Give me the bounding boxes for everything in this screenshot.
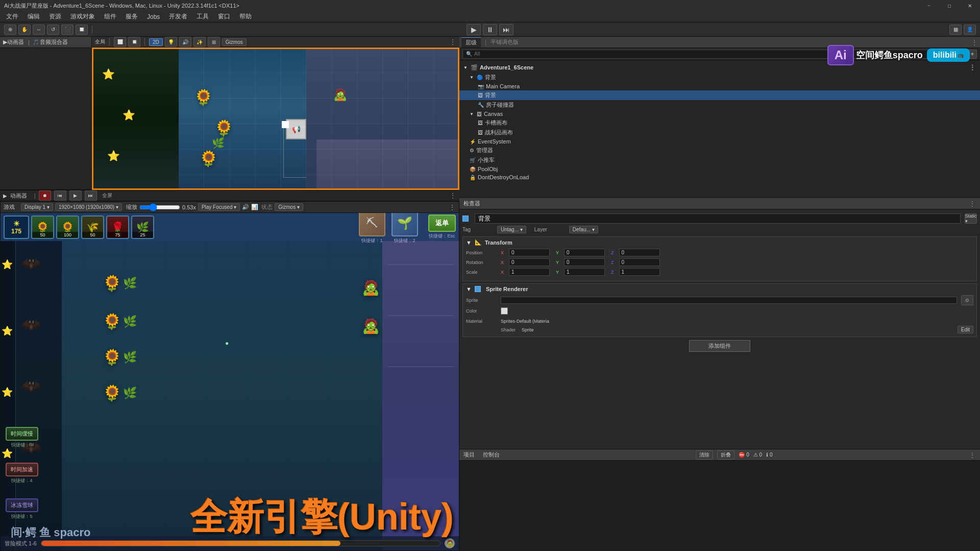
transform-header[interactable]: ▼ 📐 Transform: [466, 239, 973, 246]
plant-card-1[interactable]: 🌻 50: [31, 215, 54, 239]
edit-btn[interactable]: Edit: [958, 326, 973, 333]
scale-y-input[interactable]: [564, 268, 605, 276]
scale-slider[interactable]: [139, 204, 180, 210]
seed-button[interactable]: 🌱: [391, 213, 418, 236]
scene-more-btn[interactable]: ⋮: [449, 38, 456, 46]
audio-icon[interactable]: 🔊: [242, 204, 249, 210]
hier-dontdestroy[interactable]: 🔒 DontDestroyOnLoad: [459, 173, 980, 181]
hier-main-camera[interactable]: 📷 Main Camera: [459, 82, 980, 90]
active-checkbox[interactable]: [462, 215, 469, 222]
menu-jobs[interactable]: Jobs: [143, 12, 164, 21]
hierarchy-more[interactable]: ⋮: [971, 38, 978, 46]
scene-2d-btn[interactable]: 2D: [149, 38, 163, 46]
menu-component[interactable]: 组件: [100, 11, 120, 22]
gameview-more[interactable]: 状态: [261, 203, 273, 211]
anim-more[interactable]: ⋮: [449, 191, 456, 200]
add-component-button[interactable]: 添加组件: [689, 340, 750, 352]
sprite-renderer-header[interactable]: ▼ Sprite Renderer: [466, 286, 973, 292]
menu-file[interactable]: 文件: [2, 11, 22, 22]
scale-x-input[interactable]: [509, 268, 550, 276]
hier-house-collider[interactable]: 🔧 房子碰撞器: [459, 100, 980, 110]
hier-cart[interactable]: 🛒 小推车: [459, 155, 980, 165]
toolbar-btn-4[interactable]: ↺: [47, 25, 59, 35]
menu-assets[interactable]: 资源: [45, 11, 65, 22]
menu-tools[interactable]: 工具: [192, 11, 213, 22]
console-more[interactable]: ⋮: [969, 451, 976, 459]
resolution-select[interactable]: 1920×1080 (1920x1080) ▾: [55, 203, 122, 211]
gizmos-select[interactable]: Gizmos ▾: [275, 203, 303, 211]
scene-view-btn[interactable]: ⬜: [114, 37, 126, 47]
layout-btn[interactable]: ▦: [949, 25, 962, 35]
game-menu-button[interactable]: 返单: [428, 214, 456, 232]
pos-x-input[interactable]: [509, 249, 550, 256]
hier-loot-canvas[interactable]: 🖼 战利品画布: [459, 128, 980, 137]
static-btn[interactable]: Static ▾: [965, 213, 977, 224]
menu-edit[interactable]: 编辑: [23, 11, 44, 22]
menu-developer[interactable]: 开发者: [165, 11, 191, 22]
hier-card-slot[interactable]: 🖼 卡槽画布: [459, 118, 980, 128]
account-btn[interactable]: 👤: [964, 25, 976, 35]
toolbar-btn-5[interactable]: ⬛: [61, 25, 74, 35]
project-tab[interactable]: 项目: [463, 451, 475, 459]
hier-bg-item[interactable]: 🖼 背景: [459, 90, 980, 100]
menu-gameobject[interactable]: 游戏对象: [66, 11, 99, 22]
slow-time-btn[interactable]: 时间缓慢: [6, 427, 38, 441]
scene-gizmos-btn[interactable]: Gizmos: [222, 38, 247, 46]
sr-checkbox[interactable]: [475, 286, 481, 292]
fast-time-btn[interactable]: 时间加速: [6, 463, 38, 476]
rot-z-input[interactable]: [619, 258, 660, 266]
tag-select[interactable]: Untag... ▾: [497, 226, 526, 233]
menu-help[interactable]: 帮助: [235, 11, 256, 22]
scene-view[interactable]: ⭐ ⭐ ⭐ 🌻 🌻 🌻 🌿 📢: [92, 47, 459, 190]
pos-y-input[interactable]: [564, 249, 605, 256]
anim-next[interactable]: ⏭: [85, 190, 97, 201]
game-view[interactable]: ⭐ ⭐ ⭐ ⭐ 🦇 🦇 🦇 🦇 ☀ 175: [1, 213, 459, 550]
rot-x-input[interactable]: [509, 258, 550, 266]
toolbar-btn-3[interactable]: ↔: [33, 25, 45, 35]
step-button[interactable]: ⏭: [499, 24, 513, 35]
game-more-btn[interactable]: ⋮: [449, 203, 456, 211]
menu-window[interactable]: 窗口: [214, 11, 234, 22]
scene-item-more[interactable]: ⋮: [969, 63, 976, 71]
inspector-more[interactable]: ⋮: [969, 200, 976, 208]
display-select[interactable]: Display 1 ▾: [21, 203, 53, 211]
sprite-select-btn[interactable]: ⊙: [961, 295, 973, 305]
maximize-button[interactable]: □: [939, 0, 960, 11]
scene-snap-btn[interactable]: 🔲: [128, 37, 140, 47]
toolbar-btn-6[interactable]: 🔲: [76, 25, 88, 35]
plant-card-4[interactable]: 🌹 75: [106, 215, 129, 239]
scene-fx-btn[interactable]: ✨: [193, 37, 206, 47]
menu-services[interactable]: 服务: [121, 11, 142, 22]
play-button[interactable]: ▶: [467, 24, 481, 35]
layer-select[interactable]: Defau... ▾: [569, 226, 598, 233]
color-swatch[interactable]: [501, 307, 508, 315]
toolbar-btn-1[interactable]: ⊕: [4, 25, 16, 35]
minimize-button[interactable]: －: [919, 0, 939, 11]
object-name-input[interactable]: [475, 213, 961, 224]
hier-bg-group[interactable]: ▼ 🔵 背景: [459, 73, 980, 82]
plant-card-2[interactable]: 🌻 100: [56, 215, 79, 239]
scene-grid-btn[interactable]: ⊞: [208, 37, 220, 47]
shovel-button[interactable]: ⛏: [359, 213, 385, 236]
play-mode-select[interactable]: Play Focused ▾: [198, 203, 240, 211]
inspector-tab[interactable]: 检查器: [463, 200, 480, 207]
sprite-value[interactable]: [501, 297, 957, 304]
skill5-btn[interactable]: 冰冻雪球: [6, 498, 38, 512]
pos-z-input[interactable]: [619, 249, 660, 256]
hier-canvas-group[interactable]: ▼ 🖼 Canvas: [459, 110, 980, 118]
scale-z-input[interactable]: [619, 268, 660, 276]
hier-poolobj[interactable]: 📦 PoolObj: [459, 165, 980, 173]
rot-y-input[interactable]: [564, 258, 605, 266]
scene-audio-btn[interactable]: 🔊: [179, 37, 191, 47]
hier-manager[interactable]: ⚙ 管理器: [459, 146, 980, 155]
close-button[interactable]: ✕: [960, 0, 980, 11]
pause-button[interactable]: ⏸: [483, 24, 497, 35]
scene-light-btn[interactable]: 💡: [165, 37, 177, 47]
flat-hierarchy-btn[interactable]: 平铺调色版: [491, 38, 519, 46]
clear-btn[interactable]: 清除: [696, 450, 713, 460]
anim-prev[interactable]: ⏮: [54, 190, 66, 201]
hierarchy-tab[interactable]: 层级: [461, 37, 481, 47]
toolbar-btn-2[interactable]: ✋: [18, 25, 31, 35]
plant-card-5[interactable]: 🌿 25: [131, 215, 154, 239]
hier-eventsystem[interactable]: ⚡ EventSystem: [459, 137, 980, 146]
